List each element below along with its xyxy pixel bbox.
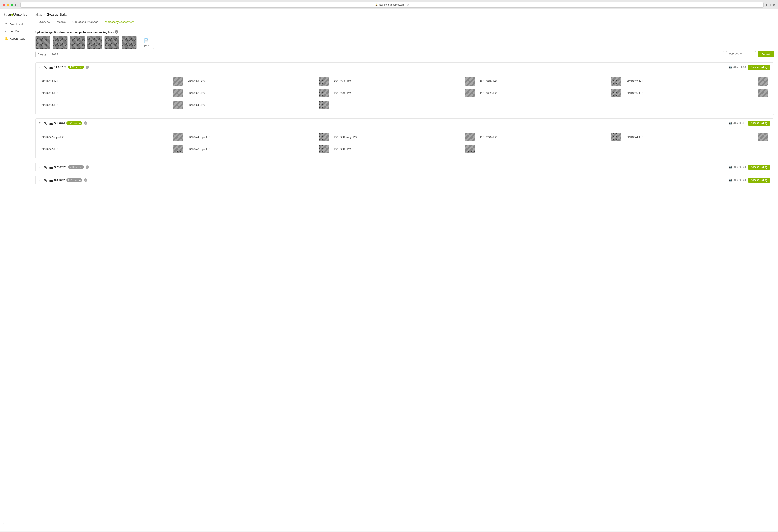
assess-soiling-button[interactable]: Assess Soiling: [748, 165, 770, 170]
assessment-header-left: › Syzygy 8.3.2022 9.8% soiling i: [39, 178, 87, 182]
file-item[interactable]: PICT0004.JPG: [185, 99, 332, 111]
address-bar[interactable]: 🔒 app.solarunsoiled.com ↺: [20, 2, 764, 8]
file-item[interactable]: PICT0244 copy.JPG: [185, 131, 332, 143]
upload-date-input[interactable]: [726, 51, 756, 57]
file-name: PICT0243.JPG: [480, 136, 497, 139]
report-icon: 🔔: [4, 37, 8, 40]
assessment-info-icon[interactable]: i: [86, 66, 89, 69]
new-tab-icon[interactable]: +: [770, 3, 771, 7]
file-thumb: [173, 133, 183, 142]
file-thumb: [758, 133, 768, 142]
assessment-header[interactable]: › Syzygy 8.3.2022 9.8% soiling i 📷 2022-…: [35, 175, 774, 185]
file-name: PICT0008.JPG: [188, 80, 205, 83]
sidebar-collapse-button[interactable]: ‹: [0, 519, 31, 528]
assess-soiling-button[interactable]: Assess Soiling: [748, 120, 770, 126]
assessment-info-icon[interactable]: i: [84, 178, 87, 182]
share-icon[interactable]: ⬆: [765, 3, 768, 7]
soiling-badge: 5.6% soiling: [68, 165, 84, 169]
file-item[interactable]: PICT0243.JPG: [478, 131, 624, 143]
assessment-header[interactable]: › Syzygy 9.28.2023 5.6% soiling i 📷 2023…: [35, 162, 774, 172]
file-item[interactable]: PICT0008.JPG: [185, 75, 332, 87]
file-item[interactable]: PICT0007.JPG: [185, 87, 332, 99]
lock-icon: 🔒: [375, 3, 378, 6]
upload-thumb-3[interactable]: [70, 36, 85, 49]
maximize-button[interactable]: [10, 4, 13, 6]
upload-thumb-6[interactable]: [122, 36, 137, 49]
file-name: PICT0009.JPG: [42, 80, 59, 83]
assessment-info-icon[interactable]: i: [84, 121, 87, 125]
reload-icon[interactable]: ↺: [407, 3, 409, 6]
browser-chrome: ‹ › 🔒 app.solarunsoiled.com ↺ ⬆ + ⧉: [0, 0, 778, 9]
assessment-header-right: 📷 2023-09-28 Assess Soiling: [729, 165, 770, 170]
upload-thumb-1[interactable]: [35, 36, 51, 49]
upload-thumb-4[interactable]: [87, 36, 102, 49]
assessment-header-left: ∨ Syzygy 5.1.2024 7.4% soiling i: [39, 121, 87, 125]
upload-button[interactable]: 📄 Upload: [139, 36, 154, 49]
assess-soiling-button[interactable]: Assess Soiling: [748, 178, 770, 183]
file-item[interactable]: PICT0005.JPG: [624, 87, 770, 99]
tab-models[interactable]: Models: [54, 18, 69, 26]
tab-microscopy[interactable]: Microscopy Assessment: [101, 18, 137, 26]
assess-soiling-button[interactable]: Assess Soiling: [748, 65, 770, 70]
logo: SolarUnsoiled: [0, 13, 31, 21]
file-name: PICT0011.JPG: [334, 80, 351, 83]
assessment-header[interactable]: ∨ Syzygy 11.8.2024 4.9% soiling i 📷 2024…: [35, 63, 774, 72]
assessment-name: Syzygy 8.3.2022: [44, 179, 65, 182]
assessment-date: 📷 2024-11-08: [729, 66, 746, 69]
file-item[interactable]: PICT0244.JPG: [624, 131, 770, 143]
page-body: Upload image files from microscope to me…: [31, 26, 778, 192]
file-name: PICT0241 copy.JPG: [334, 136, 357, 139]
file-item[interactable]: PICT0009.JPG: [39, 75, 185, 87]
file-name: PICT0242.JPG: [42, 148, 59, 151]
sidebar-item-dashboard[interactable]: ⊙ Dashboard: [1, 21, 30, 27]
file-thumb: [173, 145, 183, 153]
chevron-icon: ∨: [39, 122, 42, 124]
breadcrumb-parent[interactable]: Sites: [35, 13, 42, 16]
upload-thumb-5[interactable]: [104, 36, 120, 49]
file-name: PICT0005.JPG: [626, 92, 643, 95]
assessment-group-syzygy-9-28-2023: › Syzygy 9.28.2023 5.6% soiling i 📷 2023…: [35, 162, 774, 172]
file-item[interactable]: PICT0242 copy.JPG: [39, 131, 185, 143]
file-name: PICT0001.JPG: [334, 92, 351, 95]
assessment-date: 📷 2022-08-03: [729, 179, 746, 182]
sidebar-item-report[interactable]: 🔔 Report Issue: [1, 35, 30, 42]
sidebar-item-logout[interactable]: ○ Log Out: [1, 28, 30, 35]
camera-icon: 📷: [729, 122, 732, 124]
tabs-icon[interactable]: ⧉: [773, 3, 775, 7]
minimize-button[interactable]: [7, 4, 9, 6]
file-item[interactable]: PICT0012.JPG: [624, 75, 770, 87]
file-item[interactable]: PICT0010.JPG: [478, 75, 624, 87]
assessment-header-left: › Syzygy 9.28.2023 5.6% soiling i: [39, 165, 89, 169]
file-item[interactable]: PICT0242.JPG: [39, 143, 185, 155]
file-item[interactable]: PICT0011.JPG: [331, 75, 478, 87]
file-thumb: [319, 89, 329, 97]
tab-operational[interactable]: Operational Analytics: [69, 18, 101, 26]
file-item[interactable]: PICT0241.JPG: [331, 143, 478, 155]
upload-info-icon[interactable]: i: [115, 30, 118, 33]
file-name: PICT0244.JPG: [626, 136, 643, 139]
assessment-date: 📷 2024-05-01: [729, 122, 746, 124]
forward-button[interactable]: ›: [17, 3, 18, 7]
file-item[interactable]: PICT0006.JPG: [39, 87, 185, 99]
traffic-lights: [3, 4, 13, 6]
assessment-header[interactable]: ∨ Syzygy 5.1.2024 7.4% soiling i 📷 2024-…: [35, 118, 774, 128]
file-item[interactable]: PICT0241 copy.JPG: [331, 131, 478, 143]
file-thumb: [319, 77, 329, 86]
file-item[interactable]: PICT0001.JPG: [331, 87, 478, 99]
soiling-badge: 7.4% soiling: [66, 121, 82, 125]
tab-overview[interactable]: Overview: [35, 18, 54, 26]
upload-form: Submit: [35, 51, 774, 57]
file-item[interactable]: PICT0003.JPG: [39, 99, 185, 111]
file-item[interactable]: PICT0002.JPG: [478, 87, 624, 99]
camera-icon: 📷: [729, 66, 732, 69]
file-item[interactable]: PICT0243 copy.JPG: [185, 143, 332, 155]
file-grid-syzygy-5-1-2024: PICT0242 copy.JPG PICT0244 copy.JPG PICT…: [39, 131, 770, 155]
back-button[interactable]: ‹: [15, 3, 16, 7]
upload-thumb-2[interactable]: [53, 36, 68, 49]
close-button[interactable]: [3, 4, 5, 6]
submit-button[interactable]: Submit: [758, 51, 774, 57]
url-text: app.solarunsoiled.com: [379, 3, 404, 6]
upload-name-input[interactable]: [35, 51, 724, 57]
tabs: Overview Models Operational Analytics Mi…: [31, 18, 778, 26]
assessment-info-icon[interactable]: i: [86, 165, 89, 169]
